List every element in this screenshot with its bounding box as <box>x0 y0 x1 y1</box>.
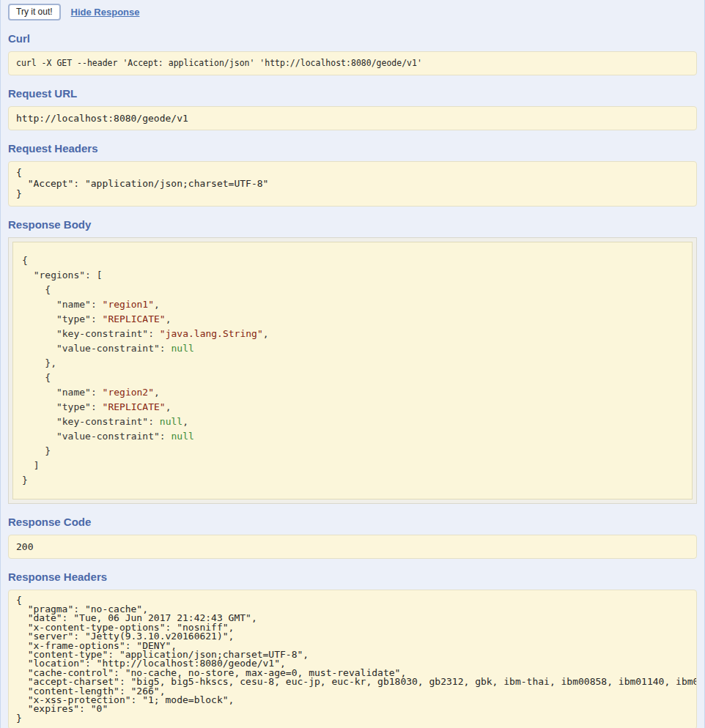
response-body-heading: Response Body <box>8 218 697 231</box>
json-token: , <box>263 328 269 339</box>
json-token: ] <box>22 460 39 471</box>
json-token: "type": <box>22 313 103 324</box>
json-token: "REPLICATE" <box>103 401 166 412</box>
json-token: , <box>166 313 171 324</box>
json-token: { <box>22 372 51 383</box>
try-it-out-button[interactable]: Try it out! <box>8 4 61 21</box>
response-headers-heading: Response Headers <box>8 571 697 584</box>
response-body-container: { "regions": [ { "name": "region1", "typ… <box>8 237 697 504</box>
actions-row: Try it out! Hide Response <box>8 0 697 21</box>
json-token: { <box>22 255 28 266</box>
json-token: "key-constraint": <box>22 416 160 427</box>
json-token: , <box>154 387 160 398</box>
json-token: "REPLICATE" <box>103 313 166 324</box>
operation-response-panel: Try it out! Hide Response Curl curl -X G… <box>0 0 705 728</box>
json-token: }, <box>22 357 56 368</box>
request-url-heading: Request URL <box>8 87 697 100</box>
curl-heading: Curl <box>8 32 697 45</box>
json-token: "region2" <box>103 387 154 398</box>
json-token: "value-constraint": <box>22 431 171 442</box>
request-url-value: http://localhost:8080/geode/v1 <box>8 106 697 130</box>
json-token: , <box>182 416 188 427</box>
json-token: { <box>22 284 51 295</box>
json-token: } <box>22 475 28 486</box>
json-token: "key-constraint": <box>22 328 160 339</box>
json-token: "type": <box>22 401 103 412</box>
request-headers-heading: Request Headers <box>8 142 697 155</box>
json-token: null <box>160 416 182 427</box>
response-code-heading: Response Code <box>8 516 697 529</box>
json-token: "region1" <box>103 299 154 310</box>
request-headers-content: { "Accept": "application/json;charset=UT… <box>8 161 697 207</box>
json-token: "value-constraint": <box>22 343 171 354</box>
hide-response-link[interactable]: Hide Response <box>71 7 140 18</box>
json-token: "name": <box>22 387 103 398</box>
json-token: null <box>171 343 194 354</box>
json-token: } <box>22 445 51 456</box>
json-token: , <box>154 299 160 310</box>
json-token: null <box>171 431 194 442</box>
response-headers-content: { "pragma": "no-cache", "date": "Tue, 06… <box>8 590 697 728</box>
json-token: "java.lang.String" <box>160 328 263 339</box>
curl-command: curl -X GET --header 'Accept: applicatio… <box>8 51 697 75</box>
json-token: , <box>166 401 171 412</box>
response-code-value: 200 <box>8 535 697 559</box>
json-token: "name": <box>22 299 103 310</box>
response-body-code: { "regions": [ { "name": "region1", "typ… <box>12 242 693 499</box>
json-token: "regions": [ <box>22 270 103 281</box>
